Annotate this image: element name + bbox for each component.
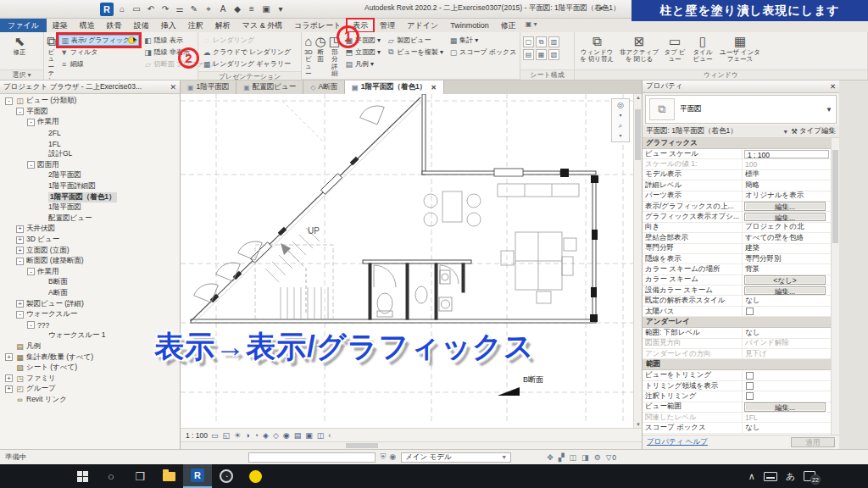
tile-views-button[interactable]: ▯ タイル ビュー (690, 34, 715, 64)
tree-item[interactable]: -作業用 (0, 117, 180, 128)
tray-chevron-icon[interactable]: ∧ (748, 471, 755, 482)
modify-pencil-icon[interactable]: ✎ (188, 3, 200, 15)
visual-style-icon[interactable]: ▭ (211, 431, 219, 440)
aligned-dimension-icon[interactable]: ⚌ (174, 3, 186, 15)
tree-item-label[interactable]: ウォークスルー 1 (48, 330, 106, 341)
property-value[interactable]: なし (743, 328, 831, 338)
ribbon-tab-5[interactable]: 挿入 (155, 19, 182, 32)
ribbon-tab-14[interactable]: 修正 (495, 19, 522, 32)
property-checkbox[interactable] (746, 392, 754, 400)
thin-lines-button[interactable]: ≡ 細線 (58, 58, 140, 69)
tree-item[interactable]: 1階平面図（着色1） (0, 191, 180, 202)
property-value[interactable]: すべての壁を包絡 (743, 233, 831, 243)
tree-item-label[interactable]: 図面用 (37, 160, 59, 170)
tree-item[interactable]: -ウォークスルー (0, 309, 180, 320)
tree-item[interactable]: +3D ビュー (0, 235, 180, 246)
worksharing-display-icon[interactable]: ▣ (305, 431, 313, 440)
property-value[interactable]: 専門分野別 (743, 254, 831, 264)
apply-button[interactable]: 適用 (791, 437, 835, 447)
expand-toggle-icon[interactable]: + (16, 225, 24, 233)
tree-item[interactable]: +製図ビュー (詳細) (0, 298, 180, 309)
select-underlay-icon[interactable]: ▞ (559, 453, 565, 462)
schedules-button[interactable]: ▦ 集計 ▾ (448, 35, 519, 46)
tree-item[interactable]: +天井伏図 (0, 224, 180, 235)
tree-item[interactable]: -??? (0, 319, 180, 330)
drag-on-selection-icon[interactable]: ⚙ (594, 453, 601, 462)
home-icon[interactable]: ⌂ (116, 3, 128, 15)
properties-header[interactable]: プロパティ ✕ (643, 80, 839, 93)
task-view-button[interactable]: ❒ (125, 464, 154, 488)
tree-item-label[interactable]: 作業用 (37, 117, 59, 127)
drawing-canvas[interactable]: UP (181, 94, 642, 428)
tree-item[interactable]: 1階平面図 (0, 202, 180, 214)
property-value[interactable]: 100 (743, 160, 831, 169)
select-group-label[interactable]: 選択 ▾ (0, 69, 43, 80)
drafting-view-button[interactable]: ▱ 製図ビュー (385, 35, 445, 46)
expand-toggle-icon[interactable]: + (5, 374, 13, 382)
property-value[interactable]: オリジナルを表示 (743, 191, 831, 201)
render-in-cloud-button[interactable]: ☁ クラウドで レンダリング (201, 47, 292, 58)
tree-item[interactable]: 2FL (0, 128, 180, 139)
property-edit-button[interactable]: 編集... (744, 402, 826, 412)
show-crop-icon[interactable]: ◇ (273, 431, 279, 440)
tree-item-label[interactable]: ビュー (分類順) (26, 96, 76, 106)
steering-wheel-icon[interactable]: ◎ (617, 101, 624, 109)
view-tab-1[interactable]: ▣1階平面図 (181, 80, 236, 94)
file-explorer-button[interactable] (154, 464, 183, 488)
chevron-down-icon[interactable]: ▼ (782, 129, 788, 135)
zoom-icon[interactable]: ⌕ (618, 121, 622, 130)
revit-taskbar-button[interactable]: R (183, 464, 212, 488)
view-reference-icon[interactable]: ▧ (548, 49, 559, 60)
tree-item-label[interactable]: 1階平面詳細図 (48, 181, 96, 191)
property-value[interactable]: プロジェクトの北 (743, 222, 831, 232)
tree-item[interactable]: +▦集計表/数量 (すべて) (0, 352, 180, 363)
scrollbar-thumb[interactable] (635, 109, 641, 160)
tree-item-label[interactable]: シート (すべて) (26, 363, 77, 373)
legends-button[interactable]: ▤ 凡例 ▾ (343, 58, 382, 69)
expand-toggle-icon[interactable]: - (5, 97, 13, 105)
ribbon-tab-1[interactable]: 建築 (47, 19, 74, 32)
ribbon-tab-4[interactable]: 設備 (128, 19, 155, 32)
tree-item[interactable]: 1階平面詳細図 (0, 181, 180, 192)
tree-item[interactable]: ∞Revit リンク (0, 395, 180, 406)
tree-item-label[interactable]: 2階平面図 (48, 170, 81, 180)
expand-toggle-icon[interactable]: - (27, 268, 35, 275)
properties-section-header[interactable]: 範囲 (643, 359, 831, 370)
collapse-icon[interactable]: ‹ (328, 431, 331, 440)
property-value[interactable]: 建築 (743, 243, 831, 253)
worksharing-icon[interactable]: ⛨ (381, 452, 387, 462)
tree-item-label[interactable]: 立面図 (立面) (26, 246, 70, 256)
3d-view-button[interactable]: ⌂ 3D ビュー (304, 34, 313, 77)
tree-item-label[interactable]: Revit リンク (26, 395, 67, 405)
redo-icon[interactable]: ↷ (159, 3, 171, 15)
matchline-icon[interactable]: ▦ (536, 49, 547, 60)
expand-toggle-icon[interactable]: + (5, 353, 13, 361)
properties-section-header[interactable]: グラフィックス (643, 138, 831, 149)
tree-item-label[interactable]: 1FL (48, 140, 61, 148)
scope-box-button[interactable]: ▢ スコープ ボックス (448, 47, 519, 58)
ribbon-tab-13[interactable]: Twinmotion (444, 19, 495, 32)
user-interface-button[interactable]: ▦ ユーザ インタフェース (718, 34, 762, 64)
tree-item-label[interactable]: グループ (26, 384, 56, 394)
property-edit-button[interactable]: 編集... (744, 202, 826, 211)
tree-item-label[interactable]: 平面図 (26, 107, 48, 117)
tree-item[interactable]: ウォークスルー 1 (0, 330, 180, 341)
tree-item[interactable]: 設計GL (0, 149, 180, 160)
editable-only-icon[interactable]: ◉ (389, 452, 396, 462)
chevron-down-icon[interactable]: ▾ (619, 111, 621, 119)
section-icon[interactable]: ◆ (231, 3, 243, 15)
tree-item-label[interactable]: B断面 (48, 277, 68, 287)
recording-indicator-button[interactable] (241, 464, 270, 488)
tree-item[interactable]: -平面図 (0, 107, 180, 118)
expand-toggle-icon[interactable]: - (27, 321, 35, 329)
property-checkbox[interactable] (746, 308, 754, 315)
qat-dropdown-icon[interactable]: ▾ (275, 3, 287, 15)
tree-item-label[interactable]: 凡例 (26, 341, 41, 352)
render-icon[interactable]: ◔ (254, 431, 259, 440)
design-option-combobox[interactable] (248, 452, 376, 463)
modify-button[interactable]: ⬉ 修正 (3, 34, 36, 56)
tree-item[interactable]: -図面用 (0, 160, 180, 171)
tree-item[interactable]: -作業用 (0, 267, 180, 278)
tab-views-button[interactable]: ▭ タブ ビュー (662, 34, 687, 64)
view-tab-2[interactable]: ▣配置図ビュー (236, 80, 303, 94)
